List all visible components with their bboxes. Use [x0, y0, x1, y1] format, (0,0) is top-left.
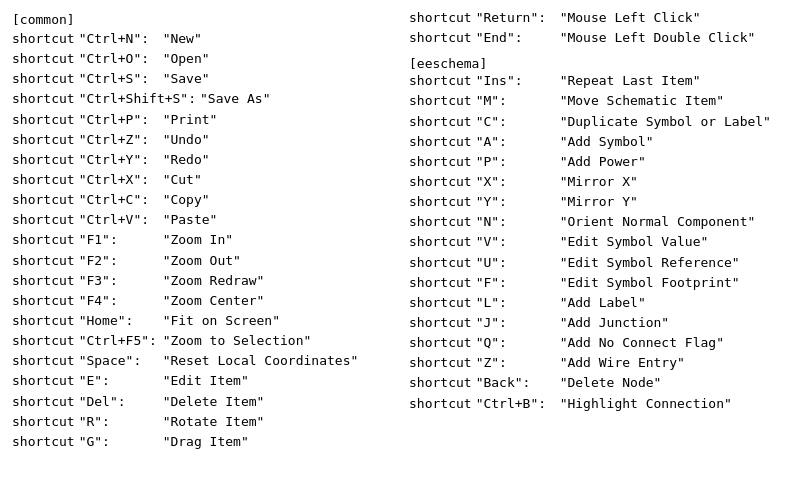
- list-item: shortcut"A":"Add Symbol": [409, 132, 786, 152]
- shortcut-key: "N":: [476, 212, 556, 232]
- right-shortcuts-list: shortcut"Ins":"Repeat Last Item"shortcut…: [409, 71, 786, 413]
- shortcut-description: "Save": [163, 69, 210, 89]
- shortcut-description: "Add Symbol": [560, 132, 654, 152]
- shortcut-keyword: shortcut: [409, 172, 472, 192]
- shortcut-description: "Paste": [163, 210, 218, 230]
- list-item: shortcut"F1":"Zoom In": [12, 230, 389, 250]
- shortcut-keyword: shortcut: [409, 253, 472, 273]
- shortcut-key: "Ctrl+C":: [79, 190, 159, 210]
- list-item: shortcut"Ctrl+F5":"Zoom to Selection": [12, 331, 389, 351]
- list-item: shortcut"C":"Duplicate Symbol or Label": [409, 112, 786, 132]
- shortcut-keyword: shortcut: [12, 291, 75, 311]
- list-item: shortcut"Z":"Add Wire Entry": [409, 353, 786, 373]
- shortcut-keyword: shortcut: [409, 8, 472, 28]
- shortcut-description: "Mirror Y": [560, 192, 638, 212]
- shortcut-key: "Z":: [476, 353, 556, 373]
- list-item: shortcut"Ctrl+Shift+S":"Save As": [12, 89, 389, 109]
- shortcut-key: "Ctrl+Z":: [79, 130, 159, 150]
- shortcut-description: "Open": [163, 49, 210, 69]
- left-section-label: [common]: [12, 12, 75, 27]
- shortcut-key: "Ctrl+V":: [79, 210, 159, 230]
- shortcut-keyword: shortcut: [409, 112, 472, 132]
- list-item: shortcut"M":"Move Schematic Item": [409, 91, 786, 111]
- list-item: shortcut"Ctrl+Z":"Undo": [12, 130, 389, 150]
- list-item: shortcut"J":"Add Junction": [409, 313, 786, 333]
- list-item: shortcut"Ctrl+S":"Save": [12, 69, 389, 89]
- shortcut-key: "Back":: [476, 373, 556, 393]
- shortcut-keyword: shortcut: [409, 71, 472, 91]
- shortcut-description: "Cut": [163, 170, 202, 190]
- shortcut-keyword: shortcut: [12, 392, 75, 412]
- shortcut-keyword: shortcut: [409, 132, 472, 152]
- shortcut-keyword: shortcut: [409, 273, 472, 293]
- shortcut-key: "F3":: [79, 271, 159, 291]
- shortcut-key: "Ctrl+X":: [79, 170, 159, 190]
- shortcut-key: "R":: [79, 412, 159, 432]
- shortcut-keyword: shortcut: [12, 130, 75, 150]
- list-item: shortcut"U":"Edit Symbol Reference": [409, 253, 786, 273]
- shortcut-key: "V":: [476, 232, 556, 252]
- shortcut-keyword: shortcut: [409, 373, 472, 393]
- list-item: shortcut"Q":"Add No Connect Flag": [409, 333, 786, 353]
- list-item: shortcut"Home":"Fit on Screen": [12, 311, 389, 331]
- right-section-label: [eeschema]: [409, 56, 487, 71]
- shortcut-key: "L":: [476, 293, 556, 313]
- shortcut-keyword: shortcut: [409, 91, 472, 111]
- shortcut-description: "Highlight Connection": [560, 394, 732, 414]
- shortcut-description: "Undo": [163, 130, 210, 150]
- shortcut-key: "Del":: [79, 392, 159, 412]
- right-top-shortcuts: shortcut"Return":"Mouse Left Click"short…: [409, 8, 786, 48]
- shortcut-keyword: shortcut: [12, 190, 75, 210]
- shortcut-description: "Rotate Item": [163, 412, 265, 432]
- list-item: shortcut"Ctrl+C":"Copy": [12, 190, 389, 210]
- shortcut-description: "Zoom Redraw": [163, 271, 265, 291]
- shortcut-keyword: shortcut: [12, 29, 75, 49]
- shortcut-description: "Drag Item": [163, 432, 249, 452]
- shortcut-description: "Add Power": [560, 152, 646, 172]
- shortcut-key: "Ctrl+F5":: [79, 331, 159, 351]
- shortcut-key: "C":: [476, 112, 556, 132]
- shortcut-key: "J":: [476, 313, 556, 333]
- left-section-header: [common]: [12, 12, 389, 27]
- shortcut-key: "Ins":: [476, 71, 556, 91]
- shortcut-description: "Move Schematic Item": [560, 91, 724, 111]
- right-column: shortcut"Return":"Mouse Left Click"short…: [409, 8, 786, 452]
- list-item: shortcut"L":"Add Label": [409, 293, 786, 313]
- shortcut-description: "Add Junction": [560, 313, 670, 333]
- shortcut-description: "Zoom to Selection": [163, 331, 312, 351]
- shortcut-keyword: shortcut: [409, 28, 472, 48]
- shortcut-key: "Ctrl+O":: [79, 49, 159, 69]
- list-item: shortcut"Return":"Mouse Left Click": [409, 8, 786, 28]
- shortcut-keyword: shortcut: [12, 351, 75, 371]
- list-item: shortcut"Ctrl+O":"Open": [12, 49, 389, 69]
- list-item: shortcut"E":"Edit Item": [12, 371, 389, 391]
- shortcut-keyword: shortcut: [409, 212, 472, 232]
- shortcut-keyword: shortcut: [12, 69, 75, 89]
- list-item: shortcut"F2":"Zoom Out": [12, 251, 389, 271]
- shortcut-description: "Zoom In": [163, 230, 233, 250]
- shortcut-description: "New": [163, 29, 202, 49]
- list-item: shortcut"X":"Mirror X": [409, 172, 786, 192]
- list-item: shortcut"Ctrl+X":"Cut": [12, 170, 389, 190]
- list-item: shortcut"Ctrl+V":"Paste": [12, 210, 389, 230]
- shortcut-description: "Fit on Screen": [163, 311, 280, 331]
- shortcut-key: "Ctrl+P":: [79, 110, 159, 130]
- shortcut-key: "Ctrl+Shift+S":: [79, 89, 196, 109]
- shortcut-keyword: shortcut: [409, 313, 472, 333]
- shortcut-key: "Ctrl+S":: [79, 69, 159, 89]
- shortcut-description: "Save As": [200, 89, 270, 109]
- shortcut-key: "F1":: [79, 230, 159, 250]
- list-item: shortcut"Ctrl+P":"Print": [12, 110, 389, 130]
- shortcut-description: "Mirror X": [560, 172, 638, 192]
- shortcut-key: "Ctrl+N":: [79, 29, 159, 49]
- shortcut-keyword: shortcut: [12, 150, 75, 170]
- list-item: shortcut"Del":"Delete Item": [12, 392, 389, 412]
- list-item: shortcut"P":"Add Power": [409, 152, 786, 172]
- shortcut-key: "Ctrl+Y":: [79, 150, 159, 170]
- shortcut-keyword: shortcut: [409, 394, 472, 414]
- list-item: shortcut"Ins":"Repeat Last Item": [409, 71, 786, 91]
- list-item: shortcut"F3":"Zoom Redraw": [12, 271, 389, 291]
- shortcut-description: "Delete Item": [163, 392, 265, 412]
- shortcut-keyword: shortcut: [12, 331, 75, 351]
- shortcut-key: "X":: [476, 172, 556, 192]
